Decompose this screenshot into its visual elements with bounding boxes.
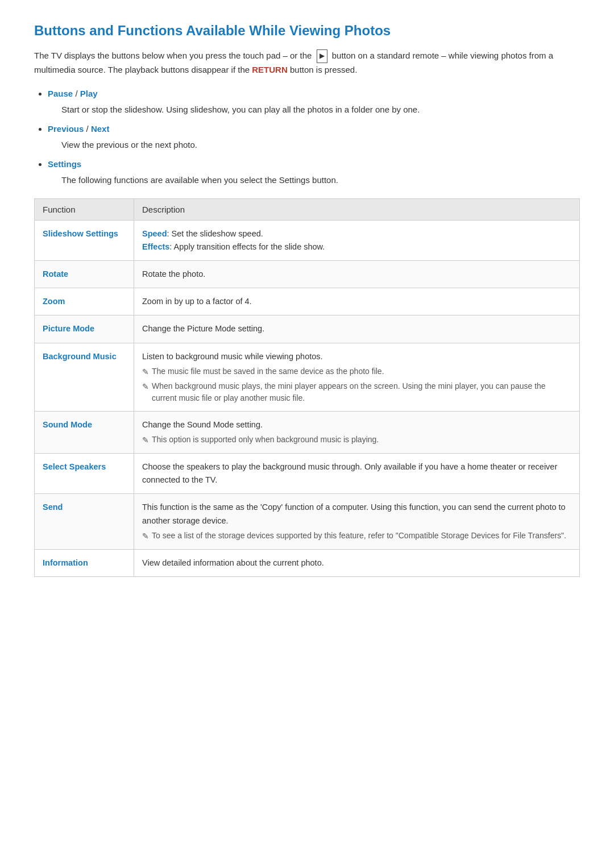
function-sound-mode[interactable]: Sound Mode	[35, 411, 134, 453]
bg-music-note-1: ✎ The music file must be saved in the sa…	[142, 366, 571, 378]
function-rotate[interactable]: Rotate	[35, 261, 134, 288]
column-header-function: Function	[35, 198, 134, 220]
table-row: Picture Mode Change the Picture Mode set…	[35, 315, 580, 343]
desc-sound-mode: Change the Sound Mode setting. ✎ This op…	[134, 411, 580, 453]
bg-music-note-2: ✎ When background music plays, the mini …	[142, 380, 571, 404]
note-icon-1: ✎	[142, 366, 149, 378]
desc-picture-mode: Change the Picture Mode setting.	[134, 315, 580, 343]
desc-rotate: Rotate the photo.	[134, 261, 580, 288]
return-keyword: RETURN	[252, 65, 288, 74]
note-icon-4: ✎	[142, 530, 149, 542]
speed-text: : Set the slideshow speed.	[167, 229, 263, 238]
sound-mode-note: ✎ This option is supported only when bac…	[142, 434, 571, 446]
effects-text: : Apply transition effects for the slide…	[169, 242, 325, 251]
effects-label: Effects	[142, 242, 169, 251]
desc-select-speakers: Choose the speakers to play the backgrou…	[134, 453, 580, 493]
table-row: Send This function is the same as the 'C…	[35, 494, 580, 549]
column-header-description: Description	[134, 198, 580, 220]
function-send[interactable]: Send	[35, 494, 134, 549]
tool-icon: ▶	[317, 49, 327, 63]
bullet-list: Pause / Play Start or stop the slideshow…	[48, 87, 580, 187]
function-select-speakers[interactable]: Select Speakers	[35, 453, 134, 493]
bullet-item-settings: Settings The following functions are ava…	[48, 157, 580, 187]
page-title: Buttons and Functions Available While Vi…	[34, 23, 580, 39]
sound-mode-main: Change the Sound Mode setting.	[142, 418, 571, 431]
bullet-item-pause: Pause / Play Start or stop the slideshow…	[48, 87, 580, 117]
table-row: Zoom Zoom in by up to a factor of 4.	[35, 288, 580, 315]
settings-description: The following functions are available wh…	[61, 173, 580, 187]
next-link[interactable]: Next	[91, 124, 110, 134]
table-row: Slideshow Settings Speed: Set the slides…	[35, 220, 580, 260]
functions-table: Function Description Slideshow Settings …	[34, 198, 580, 577]
table-header-row: Function Description	[35, 198, 580, 220]
sound-mode-note-text: This option is supported only when backg…	[152, 434, 379, 446]
send-main: This function is the same as the 'Copy' …	[142, 501, 571, 527]
previous-description: View the previous or the next photo.	[61, 138, 580, 152]
bullet-item-previous: Previous / Next View the previous or the…	[48, 122, 580, 152]
desc-send: This function is the same as the 'Copy' …	[134, 494, 580, 549]
separator-2: /	[86, 124, 91, 134]
desc-zoom: Zoom in by up to a factor of 4.	[134, 288, 580, 315]
bg-music-main: Listen to background music while viewing…	[142, 350, 571, 363]
intro-text-before: The TV displays the buttons below when y…	[34, 51, 312, 60]
speed-label: Speed	[142, 229, 167, 238]
table-row: Background Music Listen to background mu…	[35, 343, 580, 411]
note-icon-2: ✎	[142, 381, 149, 393]
table-row: Information View detailed information ab…	[35, 549, 580, 576]
function-zoom[interactable]: Zoom	[35, 288, 134, 315]
send-note-text: To see a list of the storage devices sup…	[152, 530, 566, 542]
send-note: ✎ To see a list of the storage devices s…	[142, 530, 571, 542]
bg-music-note-1-text: The music file must be saved in the same…	[152, 366, 384, 377]
note-icon-3: ✎	[142, 434, 149, 446]
intro-paragraph: The TV displays the buttons below when y…	[34, 49, 580, 77]
intro-text-end: button is pressed.	[290, 65, 357, 74]
desc-information: View detailed information about the curr…	[134, 549, 580, 576]
desc-slideshow-settings: Speed: Set the slideshow speed. Effects:…	[134, 220, 580, 260]
previous-link[interactable]: Previous	[48, 124, 84, 134]
function-slideshow-settings[interactable]: Slideshow Settings	[35, 220, 134, 260]
desc-background-music: Listen to background music while viewing…	[134, 343, 580, 411]
table-row: Select Speakers Choose the speakers to p…	[35, 453, 580, 493]
bg-music-note-2-text: When background music plays, the mini pl…	[152, 380, 571, 404]
function-background-music[interactable]: Background Music	[35, 343, 134, 411]
pause-link[interactable]: Pause	[48, 89, 73, 98]
function-picture-mode[interactable]: Picture Mode	[35, 315, 134, 343]
function-information[interactable]: Information	[35, 549, 134, 576]
settings-link[interactable]: Settings	[48, 159, 81, 169]
pause-description: Start or stop the slideshow. Using slide…	[61, 103, 580, 117]
table-row: Rotate Rotate the photo.	[35, 261, 580, 288]
separator-1: /	[75, 89, 80, 98]
table-row: Sound Mode Change the Sound Mode setting…	[35, 411, 580, 453]
play-link[interactable]: Play	[80, 89, 98, 98]
